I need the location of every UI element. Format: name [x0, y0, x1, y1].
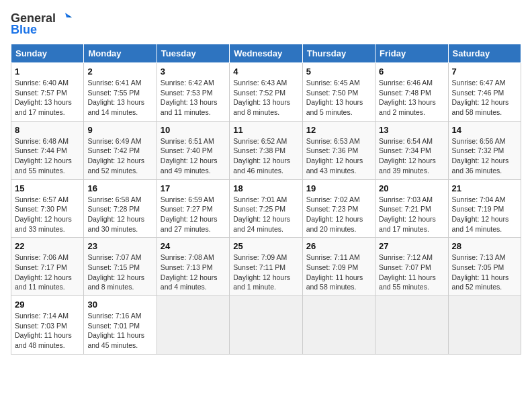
- day-cell: 15Sunrise: 6:57 AMSunset: 7:30 PMDayligh…: [11, 179, 84, 238]
- day-number: 4: [233, 66, 298, 77]
- day-number: 1: [15, 66, 80, 77]
- day-cell: [302, 296, 375, 355]
- day-cell: 12Sunrise: 6:53 AMSunset: 7:36 PMDayligh…: [302, 121, 375, 179]
- day-detail: Sunrise: 7:07 AMSunset: 7:15 PMDaylight:…: [87, 253, 152, 292]
- column-header-tuesday: Tuesday: [157, 44, 229, 63]
- day-cell: 21Sunrise: 7:04 AMSunset: 7:19 PMDayligh…: [448, 179, 521, 238]
- day-number: 30: [87, 300, 152, 310]
- column-header-monday: Monday: [84, 44, 157, 63]
- day-cell: [448, 296, 521, 355]
- week-row-3: 15Sunrise: 6:57 AMSunset: 7:30 PMDayligh…: [11, 179, 521, 238]
- week-row-2: 8Sunrise: 6:48 AMSunset: 7:44 PMDaylight…: [11, 121, 521, 179]
- day-cell: [230, 296, 302, 355]
- column-header-friday: Friday: [375, 44, 448, 63]
- day-cell: 14Sunrise: 6:56 AMSunset: 7:32 PMDayligh…: [448, 121, 521, 179]
- day-number: 29: [15, 300, 80, 310]
- svg-marker-0: [65, 13, 72, 17]
- day-detail: Sunrise: 7:13 AMSunset: 7:05 PMDaylight:…: [452, 253, 517, 292]
- day-number: 9: [87, 125, 152, 135]
- header: General Blue: [11, 11, 521, 37]
- day-number: 23: [87, 241, 152, 251]
- day-number: 19: [306, 183, 371, 193]
- column-header-thursday: Thursday: [302, 44, 375, 63]
- day-cell: 2Sunrise: 6:41 AMSunset: 7:55 PMDaylight…: [84, 63, 157, 122]
- day-detail: Sunrise: 7:08 AMSunset: 7:13 PMDaylight:…: [161, 253, 226, 292]
- day-cell: 23Sunrise: 7:07 AMSunset: 7:15 PMDayligh…: [84, 238, 157, 296]
- day-detail: Sunrise: 7:14 AMSunset: 7:03 PMDaylight:…: [15, 311, 80, 351]
- day-detail: Sunrise: 7:04 AMSunset: 7:19 PMDaylight:…: [452, 195, 517, 234]
- day-cell: 20Sunrise: 7:03 AMSunset: 7:21 PMDayligh…: [375, 179, 448, 238]
- day-cell: 1Sunrise: 6:40 AMSunset: 7:57 PMDaylight…: [11, 63, 84, 122]
- day-cell: [157, 296, 229, 355]
- day-number: 15: [15, 183, 80, 193]
- logo: General Blue: [11, 11, 72, 37]
- day-number: 10: [161, 125, 226, 135]
- logo-blue: Blue: [11, 23, 37, 37]
- day-cell: 29Sunrise: 7:14 AMSunset: 7:03 PMDayligh…: [11, 296, 84, 355]
- day-detail: Sunrise: 7:09 AMSunset: 7:11 PMDaylight:…: [233, 253, 298, 292]
- day-number: 17: [161, 183, 226, 193]
- day-detail: Sunrise: 6:58 AMSunset: 7:28 PMDaylight:…: [87, 195, 152, 234]
- header-row: SundayMondayTuesdayWednesdayThursdayFrid…: [11, 44, 521, 63]
- day-cell: 17Sunrise: 6:59 AMSunset: 7:27 PMDayligh…: [157, 179, 229, 238]
- day-detail: Sunrise: 6:41 AMSunset: 7:55 PMDaylight:…: [87, 78, 152, 118]
- day-number: 22: [15, 241, 80, 251]
- day-cell: 25Sunrise: 7:09 AMSunset: 7:11 PMDayligh…: [230, 238, 302, 296]
- day-cell: 27Sunrise: 7:12 AMSunset: 7:07 PMDayligh…: [375, 238, 448, 296]
- day-detail: Sunrise: 6:52 AMSunset: 7:38 PMDaylight:…: [233, 136, 298, 176]
- day-cell: 28Sunrise: 7:13 AMSunset: 7:05 PMDayligh…: [448, 238, 521, 296]
- day-number: 7: [452, 66, 517, 77]
- day-number: 14: [452, 125, 517, 135]
- day-number: 18: [233, 183, 298, 193]
- day-cell: 8Sunrise: 6:48 AMSunset: 7:44 PMDaylight…: [11, 121, 84, 179]
- column-header-wednesday: Wednesday: [230, 44, 302, 63]
- day-detail: Sunrise: 6:47 AMSunset: 7:46 PMDaylight:…: [452, 78, 517, 118]
- day-detail: Sunrise: 6:57 AMSunset: 7:30 PMDaylight:…: [15, 195, 80, 234]
- column-header-sunday: Sunday: [11, 44, 84, 63]
- day-cell: 4Sunrise: 6:43 AMSunset: 7:52 PMDaylight…: [230, 63, 302, 122]
- day-number: 16: [87, 183, 152, 193]
- day-cell: 11Sunrise: 6:52 AMSunset: 7:38 PMDayligh…: [230, 121, 302, 179]
- day-cell: 5Sunrise: 6:45 AMSunset: 7:50 PMDaylight…: [302, 63, 375, 122]
- day-number: 28: [452, 241, 517, 251]
- day-cell: 7Sunrise: 6:47 AMSunset: 7:46 PMDaylight…: [448, 63, 521, 122]
- day-cell: 13Sunrise: 6:54 AMSunset: 7:34 PMDayligh…: [375, 121, 448, 179]
- day-detail: Sunrise: 7:03 AMSunset: 7:21 PMDaylight:…: [379, 195, 444, 234]
- day-cell: 30Sunrise: 7:16 AMSunset: 7:01 PMDayligh…: [84, 296, 157, 355]
- week-row-1: 1Sunrise: 6:40 AMSunset: 7:57 PMDaylight…: [11, 63, 521, 122]
- day-detail: Sunrise: 6:48 AMSunset: 7:44 PMDaylight:…: [15, 136, 80, 176]
- day-detail: Sunrise: 6:59 AMSunset: 7:27 PMDaylight:…: [161, 195, 226, 234]
- day-number: 24: [161, 241, 226, 251]
- day-number: 11: [233, 125, 298, 135]
- day-cell: 18Sunrise: 7:01 AMSunset: 7:25 PMDayligh…: [230, 179, 302, 238]
- day-detail: Sunrise: 6:45 AMSunset: 7:50 PMDaylight:…: [306, 78, 371, 118]
- day-cell: 9Sunrise: 6:49 AMSunset: 7:42 PMDaylight…: [84, 121, 157, 179]
- day-cell: 3Sunrise: 6:42 AMSunset: 7:53 PMDaylight…: [157, 63, 229, 122]
- day-number: 21: [452, 183, 517, 193]
- day-detail: Sunrise: 6:53 AMSunset: 7:36 PMDaylight:…: [306, 136, 371, 176]
- day-detail: Sunrise: 6:42 AMSunset: 7:53 PMDaylight:…: [161, 78, 226, 118]
- day-detail: Sunrise: 6:46 AMSunset: 7:48 PMDaylight:…: [379, 78, 444, 118]
- day-number: 6: [379, 66, 444, 77]
- day-cell: 19Sunrise: 7:02 AMSunset: 7:23 PMDayligh…: [302, 179, 375, 238]
- day-number: 20: [379, 183, 444, 193]
- day-detail: Sunrise: 7:12 AMSunset: 7:07 PMDaylight:…: [379, 253, 444, 292]
- day-detail: Sunrise: 7:01 AMSunset: 7:25 PMDaylight:…: [233, 195, 298, 234]
- day-number: 27: [379, 241, 444, 251]
- day-cell: 24Sunrise: 7:08 AMSunset: 7:13 PMDayligh…: [157, 238, 229, 296]
- day-number: 2: [87, 66, 152, 77]
- day-detail: Sunrise: 6:51 AMSunset: 7:40 PMDaylight:…: [161, 136, 226, 176]
- day-detail: Sunrise: 7:16 AMSunset: 7:01 PMDaylight:…: [87, 311, 152, 351]
- logo-bird-icon: [57, 11, 72, 26]
- column-header-saturday: Saturday: [448, 44, 521, 63]
- week-row-5: 29Sunrise: 7:14 AMSunset: 7:03 PMDayligh…: [11, 296, 521, 355]
- day-cell: 22Sunrise: 7:06 AMSunset: 7:17 PMDayligh…: [11, 238, 84, 296]
- day-detail: Sunrise: 6:56 AMSunset: 7:32 PMDaylight:…: [452, 136, 517, 176]
- day-number: 5: [306, 66, 371, 77]
- day-number: 12: [306, 125, 371, 135]
- day-number: 25: [233, 241, 298, 251]
- day-detail: Sunrise: 6:40 AMSunset: 7:57 PMDaylight:…: [15, 78, 80, 118]
- day-cell: 16Sunrise: 6:58 AMSunset: 7:28 PMDayligh…: [84, 179, 157, 238]
- day-detail: Sunrise: 6:54 AMSunset: 7:34 PMDaylight:…: [379, 136, 444, 176]
- day-detail: Sunrise: 6:43 AMSunset: 7:52 PMDaylight:…: [233, 78, 298, 118]
